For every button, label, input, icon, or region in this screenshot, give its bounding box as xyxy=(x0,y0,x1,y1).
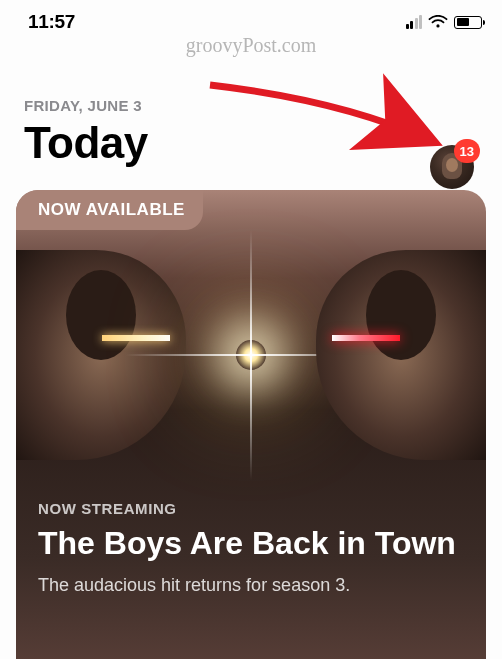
card-headline: The Boys Are Back in Town xyxy=(38,525,464,563)
artwork-figure-right xyxy=(316,250,486,460)
status-time: 11:57 xyxy=(28,11,75,33)
lens-flare-icon xyxy=(236,340,266,370)
notification-badge: 13 xyxy=(454,139,480,163)
availability-ribbon: NOW AVAILABLE xyxy=(16,190,203,230)
profile-button[interactable]: 13 xyxy=(430,145,474,189)
featured-artwork xyxy=(16,190,486,480)
status-bar: 11:57 xyxy=(0,0,502,36)
featured-card[interactable]: NOW AVAILABLE NOW STREAMING The Boys Are… xyxy=(16,190,486,659)
date-label: FRIDAY, JUNE 3 xyxy=(24,97,478,114)
cellular-signal-icon xyxy=(406,15,423,29)
battery-icon xyxy=(454,16,482,29)
page-header: FRIDAY, JUNE 3 Today 13 xyxy=(0,57,502,178)
watermark-text: groovyPost.com xyxy=(0,34,502,57)
featured-card-text: NOW STREAMING The Boys Are Back in Town … xyxy=(38,500,464,597)
card-subtext: The audacious hit returns for season 3. xyxy=(38,573,464,597)
page-title: Today xyxy=(24,118,478,168)
wifi-icon xyxy=(428,15,448,29)
status-icons xyxy=(406,15,483,29)
card-eyebrow: NOW STREAMING xyxy=(38,500,464,517)
